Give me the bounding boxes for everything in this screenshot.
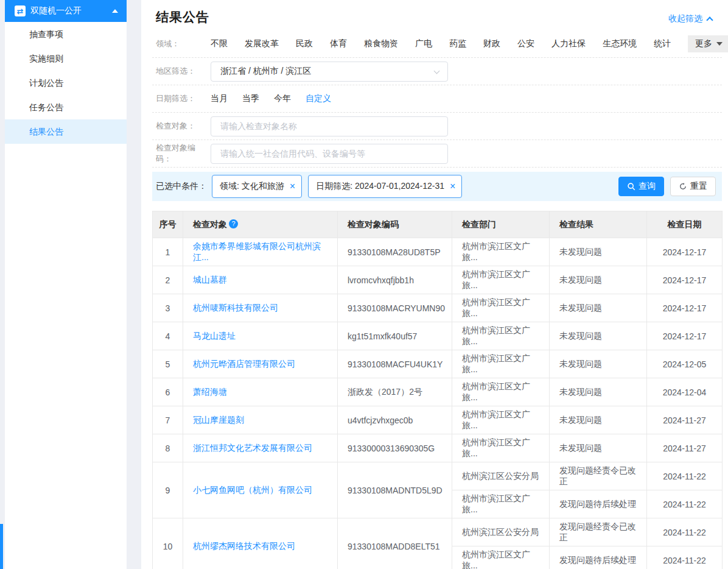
date-label: 日期筛选： bbox=[156, 93, 211, 104]
table-body: 1余姚市希界维影城有限公司杭州滨江...91330108MA28UD8T5P杭州… bbox=[153, 238, 723, 569]
sidebar-item[interactable]: 计划公告 bbox=[5, 71, 127, 95]
target-link-cell[interactable]: 萧绍海塘 bbox=[183, 378, 338, 406]
target-link-cell[interactable]: 小七网鱼网吧（杭州）有限公司 bbox=[183, 462, 338, 518]
reset-button-label: 重置 bbox=[690, 181, 707, 192]
target-link-cell[interactable]: 杭州元晔酒店管理有限公司 bbox=[183, 350, 338, 378]
date-option[interactable]: 自定义 bbox=[306, 93, 331, 104]
target-link-cell[interactable]: 城山墓群 bbox=[183, 266, 338, 294]
target-link-cell[interactable]: 马龙山遗址 bbox=[183, 322, 338, 350]
row-number-cell: 1 bbox=[153, 238, 183, 266]
table-row: 4马龙山遗址kg1t51mxfk40uf57杭州市滨江区文广旅...未发现问题2… bbox=[153, 322, 723, 350]
date-option[interactable]: 当月 bbox=[211, 93, 228, 104]
field-option[interactable]: 体育 bbox=[330, 38, 347, 49]
sidebar-item[interactable]: 任务公告 bbox=[5, 95, 127, 119]
field-option[interactable]: 生态环境 bbox=[603, 38, 637, 49]
column-header: 检查日期 bbox=[647, 211, 723, 238]
results-table: 序号检查对象?检查对象编码检查部门检查结果检查日期 1余姚市希界维影城有限公司杭… bbox=[152, 211, 723, 569]
result-cell: 未发现问题 bbox=[550, 238, 647, 266]
swap-icon: ⇄ bbox=[15, 5, 26, 16]
date-cell: 2024-11-27 bbox=[647, 406, 723, 434]
code-cell: 91330108MADD8ELT51 bbox=[338, 518, 452, 569]
target-link-cell[interactable]: 杭州缪杰网络技术有限公司 bbox=[183, 518, 338, 569]
department-cell: 杭州市滨江区文广旅... bbox=[452, 378, 550, 406]
region-select-value: 浙江省 / 杭州市 / 滨江区 bbox=[220, 66, 311, 77]
date-cell: 2024-12-17 bbox=[647, 322, 723, 350]
content-gap bbox=[127, 0, 141, 569]
sidebar: ⇄ 双随机一公开 抽查事项实施细则计划公告任务公告结果公告 bbox=[5, 0, 127, 569]
code-input[interactable] bbox=[211, 144, 448, 164]
field-option[interactable]: 统计 bbox=[654, 38, 671, 49]
sidebar-item[interactable]: 抽查事项 bbox=[5, 22, 127, 46]
code-cell: 91330108MA28UD8T5P bbox=[338, 238, 452, 266]
reset-button[interactable]: 重置 bbox=[670, 177, 716, 196]
field-option[interactable]: 粮食物资 bbox=[364, 38, 398, 49]
result-cell: 未发现问题 bbox=[550, 406, 647, 434]
region-select[interactable]: 浙江省 / 杭州市 / 滨江区 bbox=[211, 62, 448, 82]
code-label: 检查对象编码： bbox=[156, 143, 211, 164]
condition-tag-label: 领域: 文化和旅游 bbox=[220, 181, 284, 192]
collapse-filter-link[interactable]: 收起筛选 bbox=[668, 13, 712, 24]
sidebar-item[interactable]: 结果公告 bbox=[5, 119, 127, 144]
left-scrollbar-thumb[interactable] bbox=[0, 524, 3, 569]
field-option[interactable]: 不限 bbox=[211, 38, 228, 49]
row-number-cell: 4 bbox=[153, 322, 183, 350]
target-input[interactable] bbox=[211, 116, 448, 136]
code-cell: 91330108MADNTD5L9D bbox=[338, 462, 452, 518]
close-icon[interactable]: × bbox=[290, 182, 295, 191]
target-label: 检查对象： bbox=[156, 121, 211, 132]
table-row: 6萧绍海塘浙政发（2017）2号杭州市滨江区文广旅...未发现问题2024-12… bbox=[153, 378, 723, 406]
result-cell: 未发现问题 bbox=[550, 378, 647, 406]
help-icon[interactable]: ? bbox=[229, 219, 238, 228]
table-row: 1余姚市希界维影城有限公司杭州滨江...91330108MA28UD8T5P杭州… bbox=[153, 238, 723, 266]
department-cell: 杭州市滨江区文广旅... bbox=[452, 322, 550, 350]
column-header-label: 检查对象编码 bbox=[348, 219, 399, 229]
result-cell: 未发现问题 bbox=[550, 294, 647, 322]
code-cell: u4vtfcjzvhxgec0b bbox=[338, 406, 452, 434]
chevron-up-icon bbox=[706, 16, 713, 23]
target-link-cell[interactable]: 浙江恒邦文化艺术发展有限公司 bbox=[183, 434, 338, 462]
department-cell: 杭州市滨江区文广旅... bbox=[452, 294, 550, 322]
date-options: 当月当季今年自定义 bbox=[211, 93, 346, 104]
department-cell: 杭州市滨江区文广旅... bbox=[452, 266, 550, 294]
target-link-cell[interactable]: 余姚市希界维影城有限公司杭州滨江... bbox=[183, 238, 338, 266]
sidebar-header[interactable]: ⇄ 双随机一公开 bbox=[5, 0, 127, 22]
filter-row-code: 检查对象编码： bbox=[152, 140, 722, 168]
result-cell: 未发现问题 bbox=[550, 322, 647, 350]
date-cell: 2024-12-17 bbox=[647, 266, 723, 294]
field-option[interactable]: 公安 bbox=[517, 38, 534, 49]
date-option[interactable]: 今年 bbox=[274, 93, 291, 104]
close-icon[interactable]: × bbox=[450, 182, 455, 191]
column-header-label: 检查对象 bbox=[193, 219, 227, 229]
filter-row-region: 地区筛选： 浙江省 / 杭州市 / 滨江区 bbox=[152, 58, 722, 85]
condition-tag-label: 日期筛选: 2024-07-01,2024-12-31 bbox=[316, 181, 444, 192]
department-cell: 杭州市滨江区文广旅... bbox=[452, 546, 550, 569]
department-cell: 杭州市滨江区文广旅... bbox=[452, 350, 550, 378]
more-button[interactable]: 更多 bbox=[688, 35, 728, 52]
sidebar-item[interactable]: 实施细则 bbox=[5, 46, 127, 71]
query-button-label: 查询 bbox=[639, 181, 656, 192]
field-options: 不限发展改革民政体育粮食物资广电药监财政公安人力社保生态环境统计 bbox=[211, 38, 688, 49]
table-row: 8浙江恒邦文化艺术发展有限公司91330000313690305G杭州市滨江区文… bbox=[153, 434, 723, 462]
column-header: 检查对象? bbox=[183, 211, 338, 238]
code-cell: lvromcvhxqfjbb1h bbox=[338, 266, 452, 294]
field-option[interactable]: 民政 bbox=[296, 38, 313, 49]
field-option[interactable]: 人力社保 bbox=[551, 38, 586, 49]
column-header-label: 检查日期 bbox=[668, 219, 702, 229]
date-cell: 2024-11-22 bbox=[647, 518, 723, 546]
query-button[interactable]: 查询 bbox=[618, 177, 664, 196]
target-link-cell[interactable]: 冠山摩崖题刻 bbox=[183, 406, 338, 434]
target-link-cell[interactable]: 杭州唛斯科技有限公司 bbox=[183, 294, 338, 322]
field-option[interactable]: 广电 bbox=[415, 38, 432, 49]
field-option[interactable]: 财政 bbox=[483, 38, 500, 49]
row-number-cell: 2 bbox=[153, 266, 183, 294]
row-number-cell: 7 bbox=[153, 406, 183, 434]
result-cell: 未发现问题 bbox=[550, 350, 647, 378]
date-cell: 2024-12-17 bbox=[647, 294, 723, 322]
result-cell: 未发现问题 bbox=[550, 266, 647, 294]
date-option[interactable]: 当季 bbox=[242, 93, 259, 104]
field-option[interactable]: 药监 bbox=[449, 38, 466, 49]
result-cell: 未发现问题 bbox=[550, 434, 647, 462]
field-option[interactable]: 发展改革 bbox=[245, 38, 279, 49]
chevron-down-icon bbox=[434, 68, 440, 74]
selected-tags: 领域: 文化和旅游×日期筛选: 2024-07-01,2024-12-31× bbox=[212, 175, 468, 198]
